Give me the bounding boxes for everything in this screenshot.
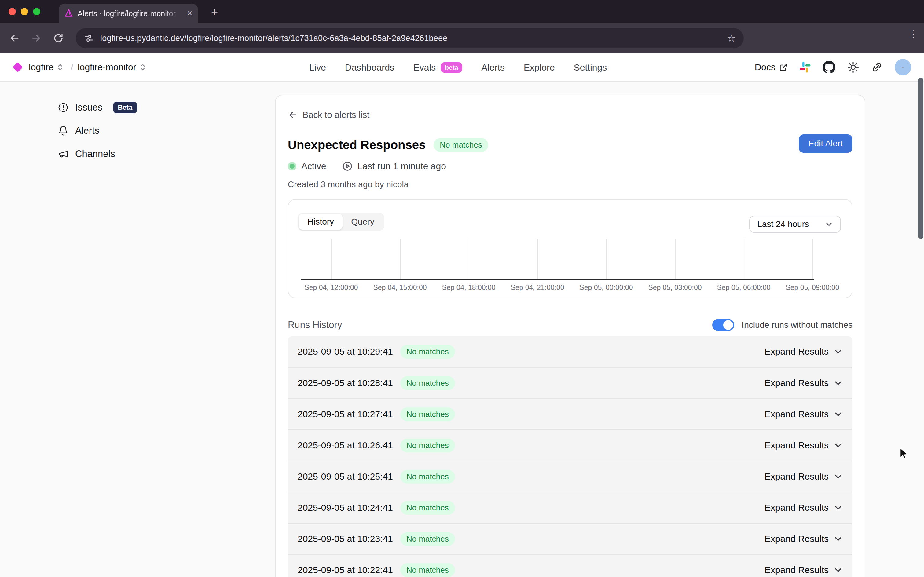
page-scrollbar-thumb[interactable] (918, 77, 923, 239)
run-row[interactable]: 2025-09-05 at 10:22:41 No matches Expand… (288, 554, 853, 577)
tab-history[interactable]: History (299, 214, 342, 230)
back-to-alerts-link[interactable]: Back to alerts list (288, 109, 853, 121)
expand-results-button[interactable]: Expand Results (764, 503, 843, 513)
run-row[interactable]: 2025-09-05 at 10:23:41 No matches Expand… (288, 523, 853, 554)
screen: Alerts · logfire/logfire-monitor ✕ + log… (0, 0, 924, 577)
run-status-badge: No matches (400, 345, 455, 359)
chart-gridline (813, 239, 813, 279)
run-row[interactable]: 2025-09-05 at 10:25:41 No matches Expand… (288, 461, 853, 492)
nav-settings[interactable]: Settings (574, 62, 607, 73)
theme-sun-icon[interactable] (847, 61, 859, 73)
expand-results-button[interactable]: Expand Results (764, 409, 843, 419)
time-range-value: Last 24 hours (757, 219, 809, 229)
chart-gridline (675, 239, 676, 279)
expand-results-label: Expand Results (764, 378, 829, 388)
nav-live[interactable]: Live (309, 62, 326, 73)
last-run-label: Last run 1 minute ago (358, 161, 446, 171)
sidebar-item-channels[interactable]: Channels (58, 145, 137, 163)
site-settings-icon[interactable] (84, 34, 94, 43)
browser-tab[interactable]: Alerts · logfire/logfire-monitor ✕ (59, 4, 198, 23)
expand-results-button[interactable]: Expand Results (764, 347, 843, 357)
breadcrumb-separator: / (71, 62, 73, 73)
nav-explore[interactable]: Explore (524, 62, 555, 73)
run-timestamp: 2025-09-05 at 10:27:41 (298, 409, 393, 419)
run-row[interactable]: 2025-09-05 at 10:28:41 No matches Expand… (288, 367, 853, 398)
github-icon[interactable] (822, 61, 835, 74)
run-status-badge: No matches (400, 376, 455, 390)
user-avatar[interactable]: - (895, 59, 911, 76)
alert-detail-panel: Back to alerts list Unexpected Responses… (275, 95, 865, 577)
expand-results-button[interactable]: Expand Results (764, 471, 843, 482)
slack-icon[interactable] (799, 61, 811, 73)
expand-results-button[interactable]: Expand Results (764, 565, 843, 575)
back-link-label: Back to alerts list (303, 110, 369, 120)
run-row[interactable]: 2025-09-05 at 10:26:41 No matches Expand… (288, 429, 853, 461)
nav-evals-label: Evals (413, 62, 436, 73)
run-timestamp: 2025-09-05 at 10:29:41 (298, 347, 393, 357)
tab-query[interactable]: Query (342, 214, 383, 230)
share-link-icon[interactable] (871, 61, 883, 73)
alert-status-badge: No matches (434, 138, 488, 152)
runs-history-heading: Runs History (288, 319, 342, 330)
nav-dashboards[interactable]: Dashboards (345, 62, 395, 73)
nav-evals[interactable]: Evals beta (413, 62, 463, 73)
expand-results-label: Expand Results (764, 440, 829, 451)
nav-alerts[interactable]: Alerts (481, 62, 505, 73)
x-axis-tick-label: Sep 04, 21:00:00 (511, 284, 564, 292)
tab-close-icon[interactable]: ✕ (187, 10, 192, 17)
minimize-window-button[interactable] (21, 8, 28, 15)
back-icon[interactable] (6, 30, 23, 47)
project-selector-chevrons-icon[interactable] (139, 63, 146, 71)
address-bar[interactable]: logfire-us.pydantic.dev/logfire/logfire-… (76, 28, 744, 48)
browser-tab-strip: Alerts · logfire/logfire-monitor ✕ + (0, 0, 924, 23)
runs-list: 2025-09-05 at 10:29:41 No matches Expand… (288, 336, 853, 577)
window-controls (8, 8, 40, 15)
active-status-dot (288, 162, 297, 171)
x-axis-tick-label: Sep 05, 09:00:00 (785, 284, 839, 292)
active-label: Active (301, 161, 326, 171)
tab-title: Alerts · logfire/logfire-monitor (77, 9, 183, 18)
app-header: logfire / logfire-monitor Live Dashboard… (0, 53, 924, 82)
project-selector[interactable]: logfire-monitor (77, 62, 136, 73)
run-row[interactable]: 2025-09-05 at 10:24:41 No matches Expand… (288, 492, 853, 523)
zoom-window-button[interactable] (33, 8, 40, 15)
x-axis-tick-label: Sep 04, 12:00:00 (304, 284, 358, 292)
expand-results-button[interactable]: Expand Results (764, 378, 843, 388)
new-tab-button[interactable]: + (206, 4, 223, 20)
expand-results-button[interactable]: Expand Results (764, 440, 843, 451)
chart-gridline (744, 239, 744, 279)
expand-results-button[interactable]: Expand Results (764, 533, 843, 544)
edit-alert-button[interactable]: Edit Alert (799, 134, 853, 153)
run-status-badge: No matches (400, 563, 455, 577)
megaphone-icon (58, 149, 68, 159)
issue-badge-alert-icon (58, 102, 68, 113)
include-runs-toggle[interactable] (712, 319, 734, 331)
issues-beta-badge: Beta (113, 102, 137, 113)
sidebar-item-alerts[interactable]: Alerts (58, 122, 137, 140)
run-row[interactable]: 2025-09-05 at 10:29:41 No matches Expand… (288, 336, 853, 367)
run-timestamp: 2025-09-05 at 10:24:41 (298, 503, 393, 513)
browser-menu-icon[interactable]: ⋮ (909, 32, 915, 36)
close-window-button[interactable] (8, 8, 16, 15)
org-selector-chevrons-icon[interactable] (57, 63, 64, 71)
chevron-down-icon (834, 379, 843, 388)
run-row[interactable]: 2025-09-05 at 10:27:41 No matches Expand… (288, 398, 853, 429)
chart-gridline (537, 239, 538, 279)
time-range-select[interactable]: Last 24 hours (749, 216, 841, 233)
expand-results-label: Expand Results (764, 503, 829, 513)
chevron-down-icon (834, 441, 843, 450)
logfire-logo-icon (13, 62, 23, 73)
bookmark-star-icon[interactable]: ☆ (727, 32, 736, 44)
docs-link[interactable]: Docs (755, 62, 788, 73)
alert-status-row: Active Last run 1 minute ago (288, 161, 853, 172)
reload-icon[interactable] (50, 30, 67, 47)
sidebar-item-label: Alerts (75, 125, 99, 136)
org-selector[interactable]: logfire (29, 62, 54, 73)
docs-label: Docs (755, 62, 776, 73)
x-axis-tick-label: Sep 05, 00:00:00 (579, 284, 633, 292)
sidebar-item-issues[interactable]: Issues Beta (58, 98, 137, 117)
sidebar-item-label: Channels (75, 148, 115, 160)
include-runs-toggle-wrap: Include runs without matches (712, 319, 853, 331)
sidebar-item-label: Issues (75, 102, 103, 113)
forward-icon[interactable] (28, 30, 45, 47)
